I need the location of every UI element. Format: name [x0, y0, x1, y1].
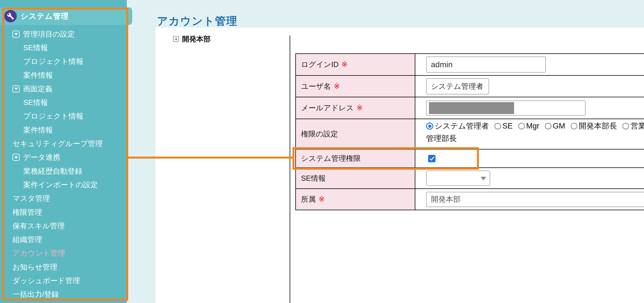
sidebar-item-label: 案件インポートの設定 — [23, 180, 98, 190]
required-mark: ※ — [357, 104, 363, 112]
table-row-user-name: ユーザ名 ※ システム管理者 — [296, 76, 644, 97]
tree-node-development-hq[interactable]: 開発本部 — [173, 34, 211, 44]
required-mark: ※ — [334, 82, 340, 91]
page-title: アカウント管理 — [157, 14, 237, 28]
sidebar-item-label: ダッシュボード管理 — [12, 276, 80, 286]
radio-option-mgr[interactable]: Mgr — [518, 122, 540, 130]
sidebar-item-data-linkage[interactable]: データ連携 — [0, 151, 127, 164]
row-label: 所属 — [301, 194, 316, 204]
sidebar-item-matter-info-1[interactable]: 案件情報 — [0, 68, 127, 82]
sidebar-item-label: SE情報 — [23, 98, 48, 108]
sidebar-item-label: 案件情報 — [23, 70, 53, 80]
content-panel: 開発本部 ログインID ※ admin ユーザ名 ※ システム管理者 — [155, 28, 644, 303]
redacted-block — [429, 102, 514, 114]
radio-label: システム管理者 — [435, 122, 489, 130]
vertical-divider — [290, 35, 290, 303]
belonging-input[interactable]: 開発本部 — [426, 192, 644, 207]
user-name-input[interactable]: システム管理者 — [426, 78, 489, 94]
sidebar-item-label: 組織管理 — [12, 235, 42, 245]
row-value-cell — [415, 150, 644, 167]
sidebar-item-notice-mgmt[interactable]: お知らせ管理 — [0, 260, 127, 274]
sidebar-item-managed-items-config[interactable]: 管理項目の設定 — [0, 27, 127, 41]
radio-option-dev-hq-head[interactable]: 開発本部長 — [571, 122, 617, 130]
row-value-cell: admin — [415, 54, 644, 75]
sidebar-item-project-info-1[interactable]: プロジェクト情報 — [0, 55, 127, 68]
row-value-cell: システム管理者 — [415, 76, 644, 97]
row-label-cell: ログインID ※ — [296, 54, 415, 75]
row-label-cell: システム管理権限 — [296, 150, 415, 167]
sidebar-item-label: プロジェクト情報 — [23, 111, 83, 121]
radio-icon[interactable] — [622, 123, 629, 129]
sidebar-item-security-group-mgmt[interactable]: セキュリティグループ管理 — [0, 137, 127, 150]
sidebar-header-system-management[interactable]: システム管理 — [0, 7, 132, 25]
sidebar-item-dashboard-mgmt[interactable]: ダッシュボード管理 — [0, 274, 127, 287]
table-row-se-info: SE情報 — [296, 168, 644, 189]
table-row-login-id: ログインID ※ admin — [296, 54, 644, 76]
sidebar-item-account-mgmt[interactable]: アカウント管理 — [0, 247, 127, 260]
radio-selected-icon[interactable] — [426, 123, 433, 130]
collapse-toggle-icon[interactable] — [12, 85, 20, 92]
chevron-down-icon — [481, 177, 486, 180]
sidebar-item-label: 業務経歴自動登録 — [23, 166, 82, 176]
row-label: システム管理権限 — [301, 153, 361, 163]
account-form-table: ログインID ※ admin ユーザ名 ※ システム管理者 メールアドレス — [295, 53, 644, 210]
sidebar-item-label: 保有スキル管理 — [12, 221, 65, 231]
row-value-cell — [415, 168, 644, 188]
table-row-email: メールアドレス ※ — [296, 97, 644, 119]
sidebar-item-work-history-auto-register[interactable]: 業務経歴自動登録 — [0, 164, 127, 178]
collapse-toggle-icon[interactable] — [12, 31, 20, 38]
expand-plus-icon[interactable] — [173, 36, 179, 42]
sidebar-item-label: プロジェクト情報 — [23, 56, 83, 66]
radio-option-gm[interactable]: GM — [545, 122, 565, 130]
sidebar-item-se-info-1[interactable]: SE情報 — [0, 41, 127, 54]
input-value: 開発本部 — [431, 194, 460, 204]
sidebar-item-label: 一括出力/登録 — [12, 289, 59, 299]
row-label-cell: SE情報 — [296, 168, 415, 188]
radio-label: GM — [553, 122, 565, 130]
row-label: SE情報 — [301, 173, 326, 183]
sidebar-header-label: システム管理 — [20, 11, 69, 21]
sidebar-item-label: アカウント管理 — [12, 248, 65, 258]
input-value: admin — [431, 60, 453, 69]
radio-option-se[interactable]: SE — [494, 122, 513, 130]
sidebar-item-skill-mgmt[interactable]: 保有スキル管理 — [0, 219, 127, 233]
row-value-cell: システム管理者 SE Mgr GM 開発本部長 営業管理部長 — [415, 119, 644, 149]
login-id-input[interactable]: admin — [426, 56, 546, 73]
radio-icon[interactable] — [494, 123, 501, 129]
sidebar-item-se-info-2[interactable]: SE情報 — [0, 96, 127, 109]
sidebar-item-label: 管理項目の設定 — [23, 29, 75, 39]
table-row-permission-setting: 権限の設定 システム管理者 SE Mgr GM 開発本部長 営業管理部長 — [296, 119, 644, 150]
sidebar-item-screen-definition[interactable]: 画面定義 — [0, 82, 127, 96]
required-mark: ※ — [341, 60, 348, 69]
sidebar-item-master-mgmt[interactable]: マスタ管理 — [0, 192, 127, 205]
se-info-select[interactable] — [426, 171, 490, 186]
row-value-cell — [415, 97, 644, 119]
row-label-cell: メールアドレス ※ — [296, 97, 415, 119]
wrench-icon — [4, 10, 17, 22]
radio-icon[interactable] — [571, 123, 577, 129]
row-label: ログインID — [301, 60, 338, 70]
email-input[interactable] — [426, 100, 586, 116]
sidebar-item-label: マスタ管理 — [12, 193, 50, 203]
sidebar-item-bulk-output-register[interactable]: 一括出力/登録 — [0, 288, 127, 301]
sidebar-item-organization-mgmt[interactable]: 組織管理 — [0, 233, 127, 246]
radio-label: 開発本部長 — [579, 122, 617, 130]
sidebar-item-matter-info-2[interactable]: 案件情報 — [0, 123, 127, 137]
collapse-toggle-icon[interactable] — [12, 154, 20, 161]
radio-label: Mgr — [526, 122, 540, 130]
system-admin-checkbox-checked[interactable] — [428, 155, 435, 162]
sidebar-item-matter-import-settings[interactable]: 案件インポートの設定 — [0, 178, 127, 192]
sidebar-item-label: データ連携 — [23, 152, 60, 162]
sidebar-item-label: 権限管理 — [12, 207, 42, 217]
radio-icon[interactable] — [518, 123, 525, 129]
sidebar-item-label: セキュリティグループ管理 — [12, 139, 102, 149]
table-row-belonging: 所属 ※ 開発本部 — [296, 189, 644, 210]
sidebar-item-permission-mgmt[interactable]: 権限管理 — [0, 205, 127, 219]
radio-icon[interactable] — [545, 123, 552, 129]
sidebar-item-project-info-2[interactable]: プロジェクト情報 — [0, 110, 127, 123]
radio-option-system-admin[interactable]: システム管理者 — [426, 122, 489, 130]
table-row-system-admin-permission: システム管理権限 — [296, 150, 644, 168]
screen: システム管理 管理項目の設定 SE情報 プロジェクト情報 案件情報 画面定義 S… — [0, 0, 644, 303]
required-mark: ※ — [319, 195, 325, 204]
row-value-cell: 開発本部 — [415, 189, 644, 210]
